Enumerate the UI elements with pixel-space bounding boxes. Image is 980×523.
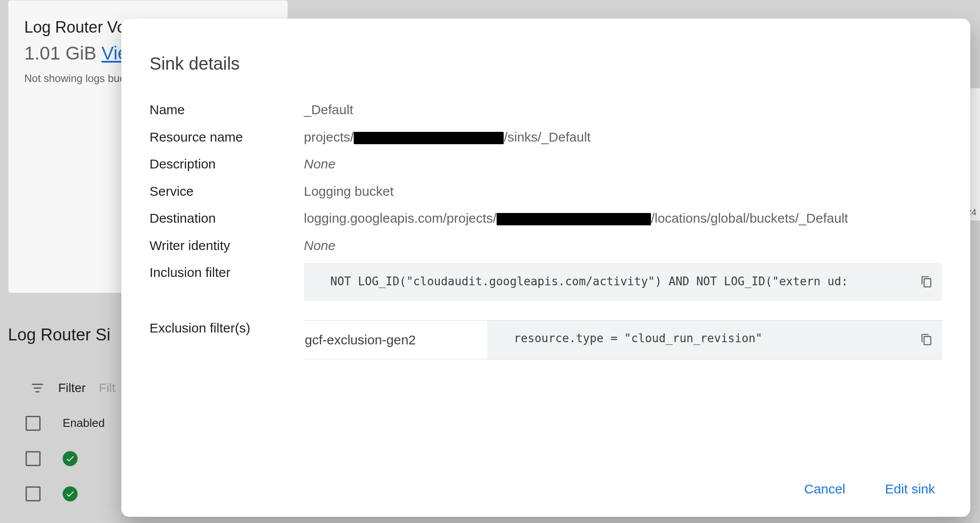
copy-icon	[920, 333, 933, 346]
exclusion-filter-row: gcf-exclusion-gen2 resource.type = "clou…	[304, 320, 942, 360]
redacted-project-id	[497, 213, 651, 225]
field-value-description: None	[304, 154, 942, 174]
copy-inclusion-button[interactable]	[916, 273, 934, 291]
redacted-project-id	[354, 132, 504, 144]
destination-suffix: /locations/global/buckets/_Default	[651, 211, 848, 225]
cancel-button[interactable]: Cancel	[804, 482, 845, 497]
field-label-inclusion: Inclusion filter	[150, 263, 304, 282]
inclusion-filter-code: NOT LOG_ID("cloudaudit.googleapis.com/ac…	[304, 263, 942, 301]
field-label-name: Name	[150, 100, 304, 120]
resource-prefix: projects/	[304, 130, 354, 144]
dialog-actions: Cancel Edit sink	[804, 482, 935, 497]
exclusion-code-text: resource.type = "cloud_run_revision"	[514, 332, 763, 345]
field-value-resource: projects//sinks/_Default	[304, 127, 942, 147]
copy-icon	[920, 276, 933, 288]
exclusion-filter-name: gcf-exclusion-gen2	[304, 321, 487, 359]
field-label-description: Description	[150, 154, 304, 174]
field-value-service: Logging bucket	[304, 182, 942, 201]
destination-prefix: logging.googleapis.com/projects/	[304, 211, 497, 225]
field-value-name: _Default	[304, 100, 942, 120]
field-value-destination: logging.googleapis.com/projects//locatio…	[304, 209, 942, 228]
field-label-resource: Resource name	[150, 127, 304, 147]
edit-sink-button[interactable]: Edit sink	[885, 482, 935, 497]
resource-suffix: /sinks/_Default	[504, 130, 591, 144]
field-label-writer: Writer identity	[150, 236, 304, 255]
dialog-title: Sink details	[150, 54, 942, 74]
sink-details-dialog: Sink details Name _Default Resource name…	[121, 19, 970, 517]
copy-exclusion-button[interactable]	[916, 331, 934, 348]
inclusion-code-text: NOT LOG_ID("cloudaudit.googleapis.com/ac…	[330, 275, 848, 288]
field-label-exclusion: Exclusion filter(s)	[150, 318, 304, 338]
field-label-destination: Destination	[150, 209, 304, 228]
exclusion-filter-code: resource.type = "cloud_run_revision"	[487, 321, 942, 359]
field-label-service: Service	[150, 182, 304, 201]
field-value-writer: None	[304, 236, 942, 255]
